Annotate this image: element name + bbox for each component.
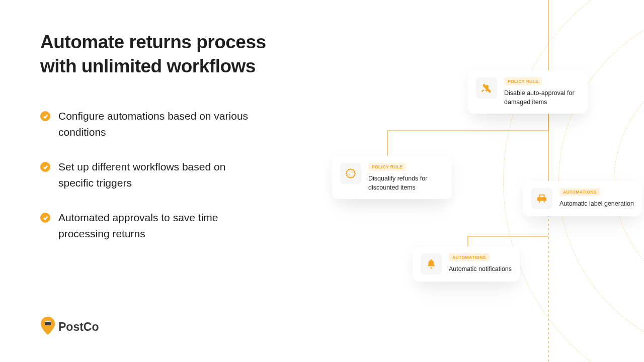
page-title: Automate returns process with unlimited … [40, 30, 282, 78]
check-icon [40, 111, 50, 121]
badge-icon [340, 163, 361, 184]
card-text: Automatic notifications [449, 264, 512, 274]
bullet-list: Configure automations based on various c… [40, 108, 252, 260]
card-tag: POLICY RULE [368, 163, 406, 171]
bullet-item: Automated approvals to save time process… [40, 210, 252, 241]
bell-icon [421, 253, 442, 275]
workflow-card: AUTOMATIONS Automatic notifications [413, 246, 520, 282]
bullet-text: Configure automations based on various c… [58, 108, 252, 140]
card-tag: AUTOMATIONS [449, 253, 490, 261]
workflow-card: POLICY RULE Disable auto-approval for da… [468, 70, 588, 114]
workflow-card: POLICY RULE Disqualify refunds for disco… [332, 156, 452, 199]
card-text: Disqualify refunds for discounted items [368, 174, 444, 192]
brand-name: PostCo [58, 320, 99, 334]
card-tag: POLICY RULE [504, 77, 542, 85]
brand-logo: PostCo [40, 317, 99, 337]
check-icon [40, 213, 50, 223]
bullet-text: Automated approvals to save time process… [58, 210, 252, 241]
bullet-item: Set up different workflows based on spec… [40, 159, 252, 191]
bullet-item: Configure automations based on various c… [40, 108, 252, 140]
svg-rect-1 [45, 321, 51, 322]
workflow-card: AUTOMATIONS Automatic label generation [523, 181, 642, 216]
card-text: Automatic label generation [559, 199, 634, 208]
tools-icon [476, 77, 497, 99]
map-pin-icon [40, 317, 55, 337]
bullet-text: Set up different workflows based on spec… [58, 159, 252, 191]
workflow-diagram: POLICY RULE Disable auto-approval for da… [312, 0, 644, 362]
printer-icon [531, 188, 552, 209]
check-icon [40, 162, 50, 172]
card-text: Disable auto-approval for damaged items [504, 88, 580, 107]
card-tag: AUTOMATIONS [559, 188, 600, 196]
